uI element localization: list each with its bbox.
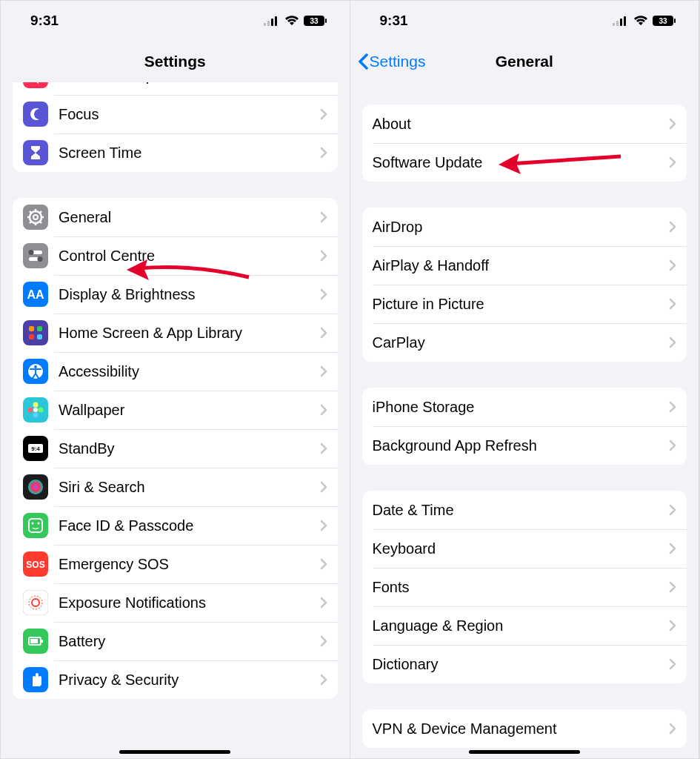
row-screen-time[interactable]: Screen Time (13, 133, 338, 172)
page-title: Settings (144, 53, 206, 70)
general-list[interactable]: AboutSoftware Update AirDropAirPlay & Ha… (350, 82, 699, 758)
chevron-right-icon (320, 365, 327, 377)
switches-icon (23, 243, 48, 268)
svg-rect-3 (275, 16, 277, 26)
row-vpn-device-management[interactable]: VPN & Device Management (362, 709, 687, 748)
row-label: Home Screen & App Library (59, 325, 320, 342)
svg-line-18 (40, 222, 41, 223)
chevron-right-icon (320, 288, 327, 300)
row-exposure-notifications[interactable]: Exposure Notifications (13, 583, 338, 622)
row-background-app-refresh[interactable]: Background App Refresh (362, 426, 687, 465)
row-battery[interactable]: Battery (13, 622, 338, 660)
chevron-right-icon (669, 118, 676, 130)
cellular-icon (264, 16, 280, 26)
svg-rect-29 (29, 326, 34, 331)
row-carplay[interactable]: CarPlay (362, 323, 687, 362)
svg-point-49 (32, 523, 34, 525)
faceid-icon (23, 513, 48, 538)
row-label: Dictionary (373, 656, 670, 673)
battery-icon (23, 629, 48, 654)
row-home-screen-app-library[interactable]: Home Screen & App Library (13, 314, 338, 352)
row-emergency-sos[interactable]: SOSEmergency SOS (13, 545, 338, 583)
svg-rect-7 (23, 82, 48, 88)
row-siri-search[interactable]: Siri & Search (13, 468, 338, 506)
row-keyboard[interactable]: Keyboard (362, 529, 687, 568)
row-standby[interactable]: 9:4StandBy (13, 429, 338, 468)
row-wallpaper[interactable]: Wallpaper (13, 391, 338, 429)
row-display-brightness[interactable]: AADisplay & Brightness (13, 275, 338, 314)
gear-icon (23, 205, 48, 230)
svg-rect-62 (616, 21, 619, 26)
status-icons: 33 (613, 15, 676, 27)
nav-bar: Settings (1, 41, 350, 82)
chevron-right-icon (320, 327, 327, 339)
chevron-right-icon (669, 259, 676, 271)
chevron-right-icon (669, 337, 676, 348)
home-indicator[interactable] (469, 750, 580, 754)
row-fonts[interactable]: Fonts (362, 568, 687, 606)
chevron-right-icon (669, 401, 676, 413)
chevron-right-icon (669, 543, 676, 554)
grid-icon (23, 320, 48, 345)
row-label: Battery (59, 633, 320, 650)
svg-rect-31 (29, 334, 34, 339)
row-sounds-haptics[interactable]: Sounds & Haptics (13, 82, 338, 95)
home-indicator[interactable] (119, 750, 230, 754)
row-label: AirPlay & Handoff (373, 257, 670, 274)
row-label: CarPlay (373, 334, 670, 351)
svg-point-35 (34, 365, 37, 368)
chevron-right-icon (320, 108, 327, 120)
row-language-region[interactable]: Language & Region (362, 606, 687, 645)
row-label: Fonts (373, 579, 670, 596)
row-label: Face ID & Passcode (59, 517, 320, 534)
group-about: AboutSoftware Update (362, 105, 687, 182)
hourglass-icon (23, 140, 48, 165)
svg-rect-64 (624, 16, 626, 26)
svg-point-38 (33, 402, 39, 408)
svg-point-46 (28, 480, 43, 494)
row-accessibility[interactable]: Accessibility (13, 352, 338, 391)
settings-list[interactable]: Sounds & HapticsFocusScreen Time General… (1, 82, 350, 758)
chevron-right-icon (320, 250, 327, 262)
row-dictionary[interactable]: Dictionary (362, 645, 687, 683)
chevron-right-icon (320, 481, 327, 493)
sounds-icon (23, 82, 48, 88)
row-focus[interactable]: Focus (13, 95, 338, 133)
chevron-right-icon (669, 581, 676, 593)
svg-text:33: 33 (659, 17, 667, 25)
row-face-id-passcode[interactable]: Face ID & Passcode (13, 506, 338, 545)
settings-group-general: GeneralControl CentreAADisplay & Brightn… (13, 198, 338, 699)
row-date-time[interactable]: Date & Time (362, 491, 687, 529)
group-date: Date & TimeKeyboardFontsLanguage & Regio… (362, 491, 687, 683)
svg-point-37 (33, 408, 38, 412)
row-about[interactable]: About (362, 105, 687, 143)
svg-rect-47 (23, 513, 48, 538)
chevron-right-icon (320, 674, 327, 686)
status-bar: 9:31 33 (1, 1, 350, 41)
row-software-update[interactable]: Software Update (362, 143, 687, 182)
row-label: Language & Region (373, 617, 670, 634)
row-label: Date & Time (373, 502, 670, 519)
row-label: About (373, 116, 670, 133)
svg-rect-5 (325, 19, 327, 23)
back-button[interactable]: Settings (358, 53, 426, 70)
exposure-icon (23, 590, 48, 615)
svg-rect-66 (674, 19, 676, 23)
row-iphone-storage[interactable]: iPhone Storage (362, 388, 687, 426)
flower-icon (23, 397, 48, 422)
row-general[interactable]: General (13, 198, 338, 236)
svg-rect-8 (23, 102, 48, 127)
brightness-icon: AA (23, 282, 48, 307)
row-picture-in-picture[interactable]: Picture in Picture (362, 285, 687, 323)
row-control-centre[interactable]: Control Centre (13, 236, 338, 275)
row-airdrop[interactable]: AirDrop (362, 208, 687, 246)
settings-group-sounds: Sounds & HapticsFocusScreen Time (13, 82, 338, 172)
row-airplay-handoff[interactable]: AirPlay & Handoff (362, 246, 687, 285)
wifi-icon (284, 16, 299, 26)
battery-icon: 33 (653, 15, 676, 27)
chevron-left-icon (358, 53, 368, 70)
chevron-right-icon (669, 156, 676, 168)
row-privacy-security[interactable]: Privacy & Security (13, 660, 338, 699)
nav-bar: Settings General (350, 41, 699, 82)
svg-point-40 (28, 408, 33, 413)
